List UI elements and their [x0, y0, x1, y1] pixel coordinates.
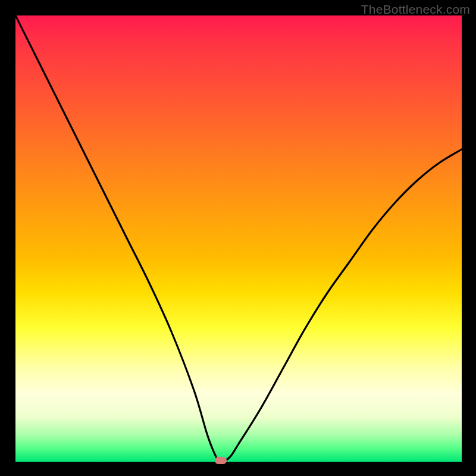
minimum-marker — [215, 457, 227, 464]
chart-container: TheBottleneck.com — [0, 0, 476, 476]
watermark-text: TheBottleneck.com — [361, 2, 470, 17]
plot-area — [15, 15, 462, 462]
bottleneck-curve-path — [15, 15, 462, 462]
curve-svg — [15, 15, 462, 462]
